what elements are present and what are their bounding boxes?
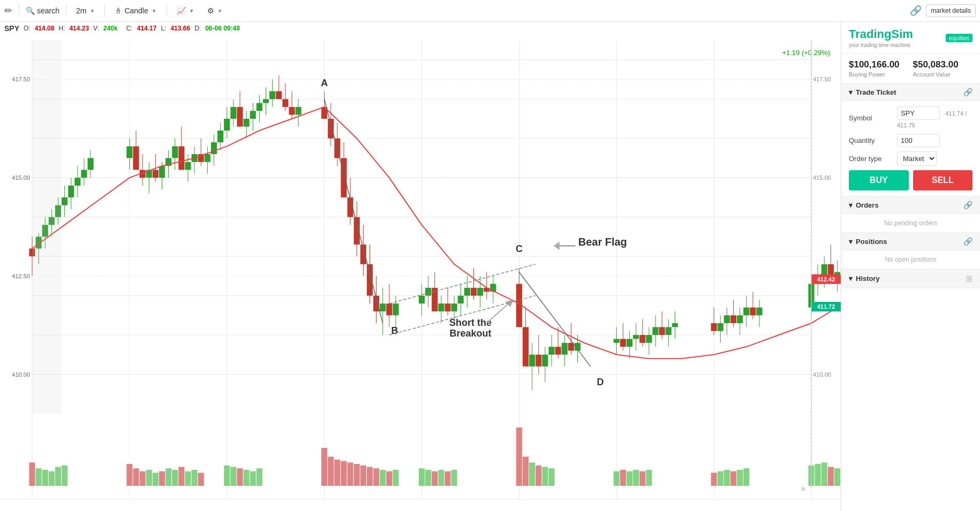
toolbar-right: 🔗 market details — [910, 4, 976, 17]
positions-body: No open positions — [841, 250, 980, 269]
account-value-cell: $50,083.00 Account Value — [913, 59, 973, 78]
high-value: 414.23 — [69, 25, 89, 32]
symbol-input[interactable] — [897, 106, 940, 120]
line-chart-icon: 📈 — [177, 6, 186, 15]
interval-label: 2m — [76, 6, 86, 15]
history-header[interactable]: ▾ History ⊞ — [841, 269, 980, 288]
symbol-row: Symbol 411.74 / 411.75 — [849, 106, 973, 129]
candle-icon: 🕯 — [115, 6, 122, 15]
low-value: 413.66 — [170, 25, 190, 32]
indicators-button[interactable]: 📈 ▼ — [174, 5, 198, 16]
positions-link-icon[interactable]: 🔗 — [963, 237, 973, 246]
equities-badge[interactable]: equities — [946, 34, 973, 42]
buying-power-label: Buying Power — [849, 71, 909, 78]
order-type-select[interactable]: Market Limit Stop — [897, 151, 937, 166]
orders-body: No pending orders — [841, 214, 980, 233]
chart-type-chevron-icon: ▼ — [152, 8, 157, 14]
account-value: $50,083.00 — [913, 59, 973, 70]
quantity-row: Quantity — [849, 134, 973, 147]
settings-chevron-icon: ▼ — [217, 8, 223, 14]
indicators-chevron-icon: ▼ — [189, 8, 194, 14]
interval-chevron-icon: ▼ — [89, 8, 95, 14]
orders-link-icon[interactable]: 🔗 — [963, 201, 973, 209]
orders-header[interactable]: ▾ Orders 🔗 — [841, 196, 980, 214]
positions-title: ▾ Positions — [849, 238, 887, 246]
order-type-row: Order type Market Limit Stop — [849, 151, 973, 166]
date-label: D: — [194, 25, 201, 32]
brand-header: TradingSim your trading time machine equ… — [841, 22, 980, 54]
collapse-icon: ▾ — [849, 88, 853, 96]
order-type-label: Order type — [849, 155, 897, 163]
close-value: 414.17 — [137, 25, 157, 32]
positions-header[interactable]: ▾ Positions 🔗 — [841, 233, 980, 250]
search-label[interactable]: search — [37, 6, 59, 15]
quantity-label: Quantity — [849, 136, 897, 144]
pencil-icon[interactable]: ✏ — [4, 5, 12, 17]
symbol-form-value: 411.74 / 411.75 — [897, 106, 973, 129]
sell-button[interactable]: SELL — [913, 170, 973, 190]
open-value: 414.08 — [35, 25, 55, 32]
time-axis — [0, 499, 841, 511]
buying-power-value: $100,166.00 — [849, 59, 909, 70]
volume-label: V: — [93, 25, 99, 32]
trade-form: Symbol 411.74 / 411.75 Quantity Order ty… — [841, 101, 980, 196]
account-row: $100,166.00 Buying Power $50,083.00 Acco… — [841, 54, 980, 83]
close-label: C: — [126, 25, 133, 32]
no-pending-orders: No pending orders — [849, 219, 973, 227]
trade-buttons: BUY SELL — [849, 170, 973, 190]
chart-type-label: Candle — [124, 6, 148, 15]
open-label: O: — [24, 25, 31, 32]
brand-trading: Trading — [849, 27, 891, 41]
brand-tagline: your trading time machine — [849, 42, 913, 48]
toolbar-divider-4 — [167, 5, 167, 17]
high-label: H: — [58, 25, 65, 32]
chart-type-selector[interactable]: 🕯 Candle ▼ — [111, 5, 160, 16]
ohlc-bar: SPY O: 414.08 H: 414.23 V: 240k C: 414.1… — [0, 22, 841, 35]
positions-collapse-icon: ▾ — [849, 238, 853, 246]
brand-sim: Sim — [891, 27, 913, 41]
trade-ticket-title: ▾ Trade Ticket — [849, 88, 896, 96]
buying-power-cell: $100,166.00 Buying Power — [849, 59, 909, 78]
volume-value: 240k — [103, 25, 118, 32]
gear-icon: ⚙ — [207, 6, 214, 15]
chart-area: SPY O: 414.08 H: 414.23 V: 240k C: 414.1… — [0, 22, 841, 511]
history-grid-icon[interactable]: ⊞ — [966, 273, 973, 284]
link-icon[interactable]: 🔗 — [910, 5, 922, 17]
quantity-input[interactable] — [897, 134, 940, 147]
search-icon: 🔍 — [26, 6, 35, 15]
brand-name: TradingSim — [849, 27, 913, 41]
trade-ticket-link-icon[interactable]: 🔗 — [963, 88, 973, 96]
orders-collapse-icon: ▾ — [849, 201, 853, 209]
settings-button[interactable]: ⚙ ▼ — [204, 5, 226, 16]
chart-canvas[interactable] — [0, 35, 841, 499]
interval-selector[interactable]: 2m ▼ — [73, 5, 98, 16]
search-button[interactable]: 🔍 search — [26, 6, 59, 15]
symbol-label: SPY — [4, 24, 19, 33]
toolbar: ✏ 🔍 search 2m ▼ 🕯 Candle ▼ 📈 ▼ ⚙ ▼ 🔗 mar… — [0, 0, 980, 22]
main-chart-canvas[interactable] — [0, 35, 841, 499]
date-value: 06-06 09:48 — [205, 25, 240, 32]
no-open-positions: No open positions — [849, 256, 973, 263]
toolbar-divider-2 — [66, 5, 66, 17]
market-details-button[interactable]: market details — [926, 4, 976, 17]
history-collapse-icon: ▾ — [849, 274, 853, 283]
main-area: SPY O: 414.08 H: 414.23 V: 240k C: 414.1… — [0, 22, 980, 511]
sidebar: TradingSim your trading time machine equ… — [841, 22, 980, 511]
trade-ticket-header[interactable]: ▾ Trade Ticket 🔗 — [841, 83, 980, 101]
orders-title: ▾ Orders — [849, 201, 879, 209]
buy-button[interactable]: BUY — [849, 170, 909, 190]
account-value-label: Account Value — [913, 71, 973, 78]
toolbar-divider-3 — [104, 5, 105, 17]
low-label: L: — [161, 25, 166, 32]
symbol-form-label: Symbol — [849, 114, 897, 122]
history-title: ▾ History — [849, 274, 880, 283]
toolbar-divider-1 — [19, 5, 19, 17]
quantity-form-value — [897, 134, 973, 147]
order-type-form-value: Market Limit Stop — [897, 151, 973, 166]
